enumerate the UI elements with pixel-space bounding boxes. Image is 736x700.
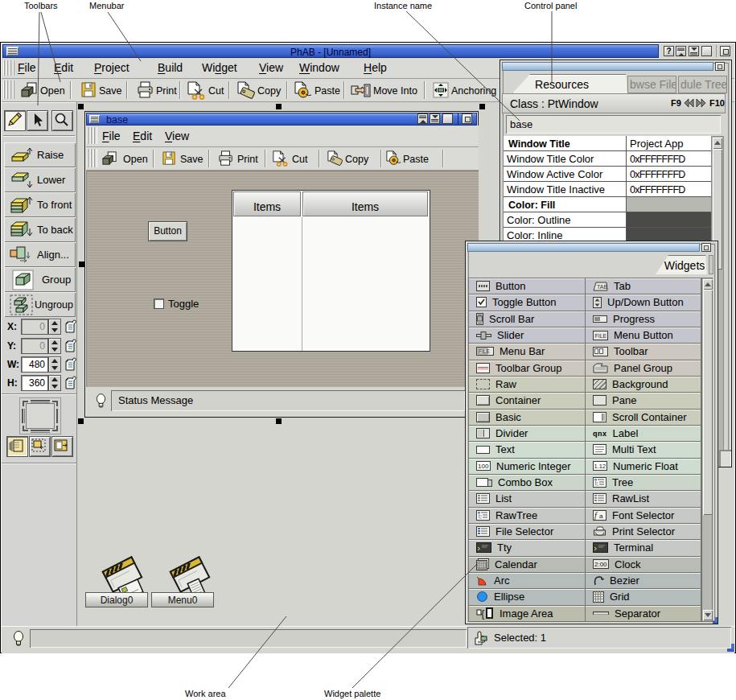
svg-text:{: { xyxy=(481,607,485,620)
svg-text:2:00: 2:00 xyxy=(594,561,607,568)
svg-text:100: 100 xyxy=(478,463,489,470)
svg-text:a: a xyxy=(599,513,603,520)
svg-text:FILE: FILE xyxy=(479,348,490,354)
svg-text:TAB: TAB xyxy=(597,284,607,290)
svg-text:1.12: 1.12 xyxy=(594,463,606,470)
svg-text:FILE: FILE xyxy=(595,332,607,338)
